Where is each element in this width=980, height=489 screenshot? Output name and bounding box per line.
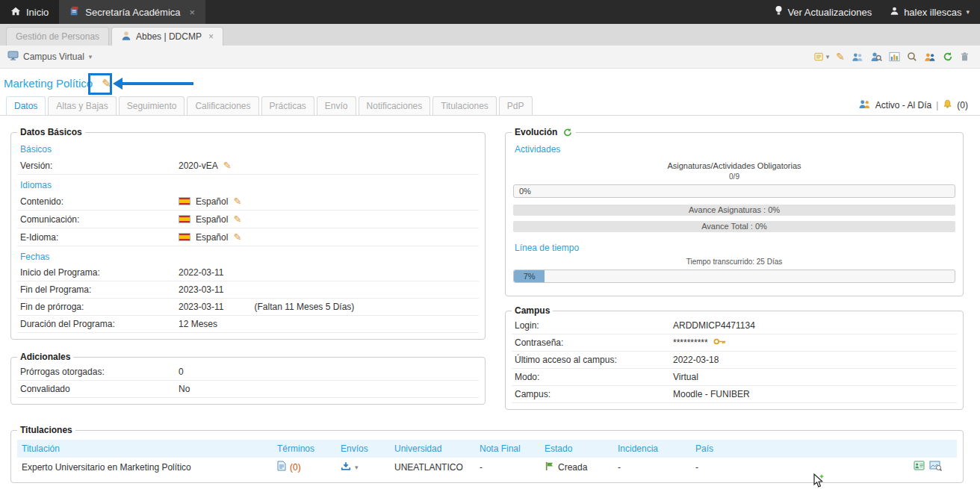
tab-abbes-label: Abbes | DDCMP: [136, 31, 202, 42]
col-pais: País: [691, 440, 781, 458]
col-nota-final: Nota Final: [475, 440, 540, 458]
user-menu[interactable]: halex illescas ▾: [890, 6, 970, 18]
trash-icon[interactable]: [960, 52, 970, 62]
field-row-comunicacion: Comunicación: Español ✎: [17, 211, 479, 228]
cell-pais: -: [691, 458, 781, 476]
field-label: Duración del Programa:: [20, 319, 179, 329]
table-header-row: Titulación Términos Envíos Universidad N…: [17, 440, 957, 458]
refresh-icon[interactable]: [943, 52, 953, 62]
spain-flag-icon: [179, 197, 190, 205]
field-value: 2023-03-11: [179, 284, 224, 295]
col-actions: [781, 440, 957, 458]
fin-prorroga-value: 2023-03-11: [179, 302, 224, 312]
comunicacion-value: Español: [196, 214, 228, 225]
note-dropdown-icon[interactable]: ▾: [814, 52, 830, 62]
edit-icon[interactable]: ✎: [233, 231, 241, 243]
tab-titulaciones[interactable]: Titulaciones: [432, 96, 497, 115]
timeline-progress-fill: 7%: [514, 270, 545, 282]
edit-icon[interactable]: ✎: [836, 51, 845, 63]
page-title: Marketing Político: [4, 77, 93, 90]
field-value: Español ✎: [179, 196, 241, 207]
tab-abbes-ddcmp[interactable]: Abbes | DDCMP ×: [111, 27, 223, 46]
close-tab-icon[interactable]: ×: [190, 7, 196, 18]
user-search-icon[interactable]: [870, 52, 882, 62]
titulaciones-panel: Titulaciones Titulación Términos Envíos …: [10, 425, 964, 483]
campus-legend: Campus: [512, 305, 553, 316]
tab-practicas[interactable]: Prácticas: [261, 96, 314, 115]
topbar-tab-secretaria[interactable]: Secretaría Académica ×: [59, 0, 205, 24]
field-row-modo: Modo: Virtual: [512, 369, 957, 386]
idiomas-link[interactable]: Idiomas: [17, 175, 479, 193]
app-icon: [69, 6, 80, 19]
detail-icon[interactable]: [914, 461, 925, 473]
bell-count: (0): [957, 100, 968, 110]
field-row-contenido: Contenido: Español ✎: [17, 193, 479, 211]
status-bar: Activo - Al Día | (0): [858, 99, 980, 115]
tab-calificaciones[interactable]: Calificaciones: [187, 96, 258, 115]
field-row-ultimo-acceso: Último acceso al campus: 2022-03-18: [512, 352, 957, 369]
annotation-highlight-box: [88, 73, 112, 95]
col-universidad: Universidad: [390, 440, 475, 458]
toolbar: Campus Virtual ▾ ▾ ✎: [0, 46, 980, 69]
close-icon[interactable]: ×: [208, 31, 214, 42]
activities-progress-bar: 0%: [513, 184, 955, 198]
field-label: Inicio del Programa:: [20, 267, 179, 278]
tab-datos[interactable]: Datos: [6, 96, 46, 115]
toolbar-icons: ▾ ✎: [814, 51, 973, 63]
tab-envio[interactable]: Envío: [317, 96, 356, 115]
person-icon: [121, 31, 131, 43]
linea-de-tiempo-link[interactable]: Línea de tiempo: [512, 237, 957, 255]
monitor-icon: [7, 51, 19, 63]
contacts-icon[interactable]: [924, 52, 936, 62]
field-label: Fin del Programa:: [20, 284, 179, 295]
campus-selector-label: Campus Virtual: [23, 52, 84, 62]
bell-icon[interactable]: [943, 99, 952, 111]
search-icon[interactable]: [907, 52, 917, 62]
ver-actualizaciones-button[interactable]: Ver Actualizaciones: [775, 5, 872, 19]
basicos-link[interactable]: Básicos: [17, 139, 479, 157]
field-label: Prórrogas otorgadas:: [20, 367, 179, 377]
status-separator: |: [936, 100, 938, 110]
field-label: Campus:: [515, 389, 673, 399]
field-value: 12 Meses: [179, 319, 217, 329]
home-icon: [10, 6, 21, 19]
timeline-progress-label: 7%: [524, 272, 536, 281]
adicionales-panel: Adicionales Prórrogas otorgadas: 0 Conva…: [10, 352, 486, 405]
fechas-link[interactable]: Fechas: [17, 246, 479, 264]
contenido-value: Español: [196, 196, 228, 207]
estado-value: Creada: [558, 462, 587, 473]
field-row-login: Login: ARDDMICP4471134: [512, 317, 957, 334]
tab-seguimiento[interactable]: Seguimiento: [119, 96, 185, 115]
chevron-down-icon[interactable]: ▾: [355, 464, 359, 471]
campus-virtual-selector[interactable]: Campus Virtual ▾: [7, 51, 92, 63]
annotation-arrow-line: [122, 82, 193, 85]
spain-flag-icon: [179, 233, 190, 241]
tab-altas-y-bajas[interactable]: Altas y Bajas: [48, 96, 116, 115]
chevron-down-icon: ▾: [966, 8, 970, 16]
topbar-tab-inicio[interactable]: Inicio: [0, 0, 59, 24]
report-search-icon[interactable]: [929, 461, 942, 473]
edit-icon[interactable]: ✎: [233, 214, 241, 225]
subjects-count: 0/9: [512, 172, 957, 181]
edit-icon[interactable]: ✎: [223, 160, 232, 171]
tab-pdp[interactable]: PdP: [499, 96, 533, 115]
refresh-icon[interactable]: [562, 128, 573, 137]
edit-icon[interactable]: ✎: [233, 196, 241, 207]
left-column: Datos Básicos Básicos Versión: 2020-vEA …: [10, 127, 486, 410]
chart-icon[interactable]: [889, 52, 900, 62]
actividades-link[interactable]: Actividades: [512, 139, 957, 157]
field-value: 2022-03-11: [179, 267, 224, 278]
cell-estado: Creada: [540, 458, 613, 476]
avance-total-bar: Avance Total : 0%: [513, 221, 955, 232]
document-icon[interactable]: [277, 461, 286, 473]
table-row: Experto Universitario en Marketing Polít…: [17, 458, 957, 476]
timeline-caption: Tiempo transcurrido: 25 Días: [512, 258, 957, 266]
field-label: Contraseña:: [515, 337, 673, 348]
tab-notificaciones[interactable]: Notificaciones: [359, 96, 431, 115]
field-label: Modo:: [515, 372, 673, 382]
upload-icon[interactable]: [341, 461, 351, 473]
tab-gestion-de-personas[interactable]: Gestión de Personas: [6, 27, 109, 46]
users-icon[interactable]: [852, 52, 863, 62]
key-icon[interactable]: [713, 337, 726, 348]
field-value: Virtual: [673, 372, 698, 382]
